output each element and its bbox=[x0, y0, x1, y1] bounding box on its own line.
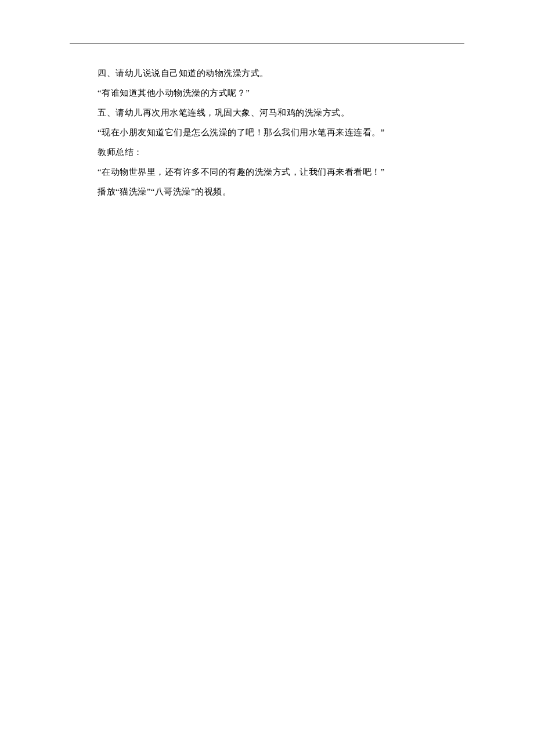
text-line: 教师总结： bbox=[98, 145, 464, 159]
document-content: 四、请幼儿说说自己知道的动物洗澡方式。 “有谁知道其他小动物洗澡的方式呢？” 五… bbox=[70, 66, 464, 199]
text-line: 播放“猫洗澡”“八哥洗澡”的视频。 bbox=[98, 185, 464, 199]
text-line: “在动物世界里，还有许多不同的有趣的洗澡方式，让我们再来看看吧！” bbox=[98, 165, 464, 179]
horizontal-rule bbox=[70, 44, 464, 44]
text-line: “现在小朋友知道它们是怎么洗澡的了吧！那么我们用水笔再来连连看。” bbox=[98, 125, 464, 139]
text-line: “有谁知道其他小动物洗澡的方式呢？” bbox=[98, 86, 464, 100]
text-line: 四、请幼儿说说自己知道的动物洗澡方式。 bbox=[98, 66, 464, 80]
text-line: 五、请幼儿再次用水笔连线，巩固大象、河马和鸡的洗澡方式。 bbox=[98, 106, 464, 120]
page-container: 四、请幼儿说说自己知道的动物洗澡方式。 “有谁知道其他小动物洗澡的方式呢？” 五… bbox=[0, 0, 534, 199]
